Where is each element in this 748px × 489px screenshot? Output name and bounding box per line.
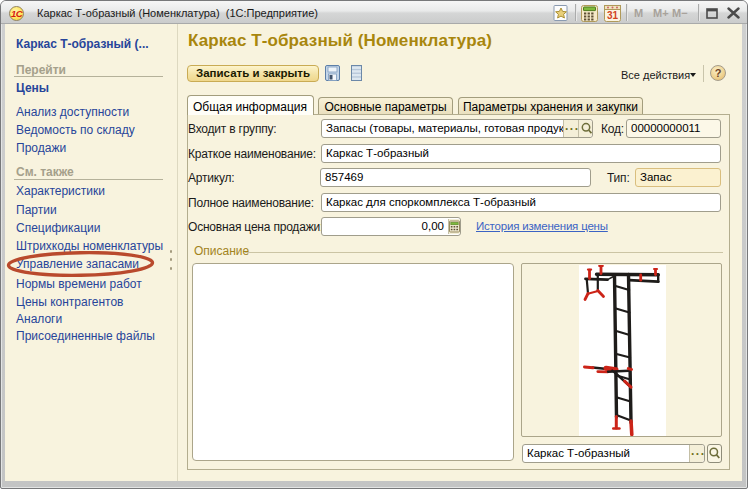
svg-text:31: 31 xyxy=(607,10,619,21)
